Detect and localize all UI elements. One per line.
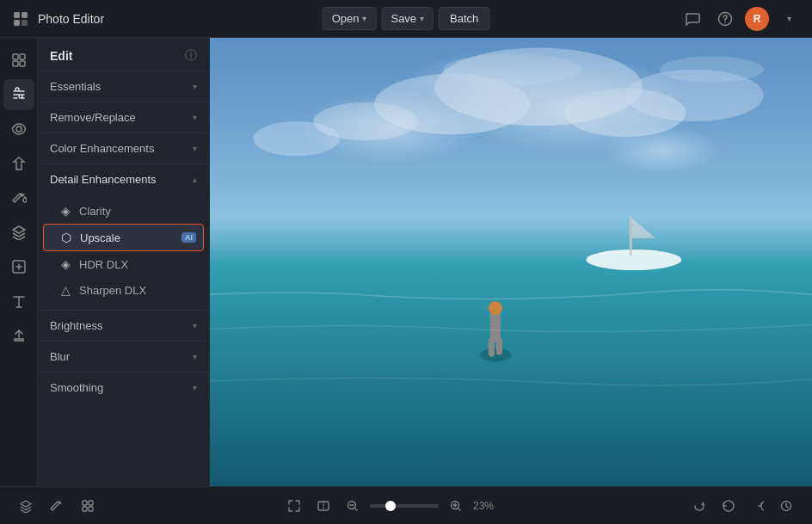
- svg-rect-7: [20, 54, 25, 59]
- iconbar-export[interactable]: [3, 320, 34, 351]
- undo-icon[interactable]: [716, 494, 740, 518]
- smoothing-section: Smoothing ▾: [38, 372, 209, 403]
- iconbar-layers[interactable]: [3, 217, 34, 248]
- topbar: Photo Editor Open ▾ Save ▾ Batch R: [0, 0, 812, 38]
- detail-enhancements-chevron-icon: ▴: [193, 175, 197, 184]
- sidebar: Edit ⓘ Essentials ▾ Remove/Replace ▾ Col…: [38, 38, 210, 486]
- blur-section: Blur ▾: [38, 341, 209, 372]
- iconbar-effects[interactable]: [3, 148, 34, 179]
- svg-rect-2: [14, 20, 20, 26]
- layers-bottom-icon[interactable]: [14, 494, 38, 518]
- batch-button[interactable]: Batch: [439, 7, 489, 30]
- detail-item-clarity[interactable]: ◈ Clarity: [38, 198, 209, 224]
- smoothing-chevron-icon: ▾: [193, 383, 197, 392]
- svg-point-10: [16, 126, 22, 132]
- svg-rect-0: [14, 12, 20, 18]
- help-icon-btn[interactable]: [712, 6, 738, 32]
- svg-point-28: [489, 301, 502, 315]
- svg-rect-31: [83, 501, 87, 505]
- open-chevron-icon: ▾: [362, 14, 366, 23]
- remove-replace-chevron-icon: ▾: [193, 113, 197, 122]
- svg-rect-32: [89, 501, 93, 505]
- svg-rect-29: [489, 338, 495, 357]
- clarity-icon: ◈: [58, 204, 72, 218]
- sharpen-dlx-label: Sharpen DLX: [79, 284, 146, 297]
- iconbar-home[interactable]: [3, 45, 34, 76]
- svg-rect-27: [490, 311, 501, 342]
- app-icon: [10, 9, 31, 29]
- bottombar-left: [14, 494, 100, 518]
- app-title: Photo Editor: [38, 12, 104, 26]
- iconbar-text[interactable]: [3, 286, 34, 317]
- detail-item-hdr-dlx[interactable]: ◈ HDR DLX: [38, 251, 209, 277]
- ai-badge: AI: [181, 232, 196, 243]
- open-button[interactable]: Open ▾: [323, 7, 377, 30]
- split-view-icon[interactable]: [311, 494, 335, 518]
- svg-rect-33: [83, 507, 87, 511]
- svg-rect-30: [496, 338, 502, 355]
- detail-enhancements-header[interactable]: Detail Enhancements ▴: [38, 164, 209, 194]
- detail-enhancements-label: Detail Enhancements: [50, 173, 157, 186]
- bottombar-right: [686, 494, 798, 518]
- color-enhancements-section: Color Enhancements ▾: [38, 133, 209, 163]
- save-chevron-icon: ▾: [420, 14, 424, 23]
- brightness-label: Brightness: [50, 319, 102, 332]
- svg-rect-34: [89, 507, 93, 511]
- brightness-section: Brightness ▾: [38, 310, 209, 341]
- iconbar-adjust[interactable]: [3, 79, 34, 110]
- clarity-label: Clarity: [79, 205, 111, 218]
- svg-rect-21: [210, 38, 812, 260]
- grid-bottom-icon[interactable]: [76, 494, 100, 518]
- essentials-header[interactable]: Essentials ▾: [38, 71, 209, 102]
- smoothing-label: Smoothing: [50, 381, 103, 394]
- sidebar-title: Edit: [50, 49, 72, 63]
- remove-replace-header[interactable]: Remove/Replace ▾: [38, 102, 209, 133]
- svg-rect-8: [13, 61, 18, 66]
- hdr-dlx-icon: ◈: [58, 257, 72, 271]
- redo-icon[interactable]: [745, 494, 769, 518]
- essentials-chevron-icon: ▾: [193, 82, 197, 91]
- remove-replace-section: Remove/Replace ▾: [38, 102, 209, 133]
- history-icon[interactable]: [774, 494, 798, 518]
- detail-item-sharpen-dlx[interactable]: △ Sharpen DLX: [38, 277, 209, 303]
- detail-enhancements-body: ◈ Clarity ⬡ Upscale AI ◈ HDR DLX △ Shar: [38, 194, 209, 310]
- topbar-right: R ▾: [680, 6, 802, 32]
- svg-rect-9: [20, 61, 25, 66]
- user-avatar[interactable]: R: [745, 7, 769, 31]
- color-enhancements-header[interactable]: Color Enhancements ▾: [38, 133, 209, 163]
- svg-point-23: [587, 250, 682, 270]
- canvas-area[interactable]: [210, 38, 812, 486]
- svg-rect-22: [210, 260, 812, 486]
- essentials-label: Essentials: [50, 80, 101, 93]
- save-button[interactable]: Save ▾: [381, 7, 434, 30]
- brightness-header[interactable]: Brightness ▾: [38, 311, 209, 341]
- iconbar-view[interactable]: [3, 114, 34, 145]
- sharpen-dlx-icon: △: [58, 283, 72, 297]
- sidebar-header: Edit ⓘ: [38, 38, 209, 71]
- iconbar-paint[interactable]: [3, 182, 34, 213]
- rotate-left-icon[interactable]: [686, 494, 710, 518]
- detail-enhancements-section: Detail Enhancements ▴ ◈ Clarity ⬡ Upscal…: [38, 163, 209, 310]
- color-enhancements-chevron-icon: ▾: [193, 144, 197, 153]
- topbar-center: Open ▾ Save ▾ Batch: [323, 7, 490, 30]
- blur-header[interactable]: Blur ▾: [38, 342, 209, 372]
- detail-item-upscale[interactable]: ⬡ Upscale AI: [43, 224, 204, 251]
- photo-scene: [210, 38, 812, 486]
- zoom-slider-thumb: [385, 501, 396, 511]
- svg-rect-6: [13, 54, 18, 59]
- blur-label: Blur: [50, 350, 70, 363]
- icon-bar: [0, 38, 38, 486]
- essentials-section: Essentials ▾: [38, 71, 209, 102]
- iconbar-geometry[interactable]: [3, 251, 34, 282]
- color-enhancements-label: Color Enhancements: [50, 142, 154, 155]
- fit-screen-icon[interactable]: [282, 494, 306, 518]
- smoothing-header[interactable]: Smoothing ▾: [38, 373, 209, 403]
- zoom-out-icon[interactable]: [341, 494, 365, 518]
- avatar-chevron-icon[interactable]: ▾: [776, 6, 802, 32]
- zoom-in-icon[interactable]: [444, 494, 468, 518]
- zoom-slider[interactable]: [370, 504, 439, 508]
- info-icon[interactable]: ⓘ: [185, 48, 197, 64]
- edit-bottom-icon[interactable]: [45, 494, 69, 518]
- chat-icon-btn[interactable]: [680, 6, 705, 32]
- hdr-dlx-label: HDR DLX: [79, 258, 128, 271]
